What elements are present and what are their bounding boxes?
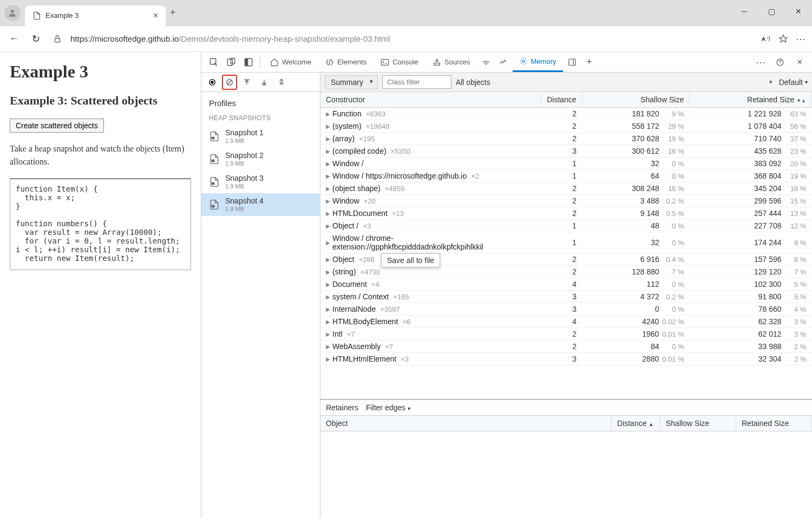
disclosure-icon[interactable]: ▶ xyxy=(326,257,330,263)
snapshot-name: Snapshot 1 xyxy=(225,128,264,137)
disclosure-icon[interactable]: ▶ xyxy=(326,294,330,300)
address-bar[interactable]: https://microsoftedge.github.io/Demos/de… xyxy=(50,31,755,47)
window-minimize-button[interactable]: ─ xyxy=(731,0,758,23)
table-row[interactable]: ▶Window / https://microsoftedge.github.i… xyxy=(320,170,812,182)
snapshot-item[interactable]: %Snapshot 41.9 MB xyxy=(201,193,320,216)
inspect-icon[interactable] xyxy=(206,54,222,70)
disclosure-icon[interactable]: ▶ xyxy=(326,344,330,350)
activity-bar-icon[interactable] xyxy=(564,54,580,70)
disclosure-icon[interactable]: ▶ xyxy=(326,306,330,312)
retainers-label[interactable]: Retainers xyxy=(326,403,358,412)
header-retained[interactable]: Retained Size ▼▲ xyxy=(690,92,812,108)
tab-memory[interactable]: Memory xyxy=(513,52,563,72)
header-distance[interactable]: Distance xyxy=(541,92,582,108)
table-row[interactable]: ▶Window×20 2 3 4880.2 % 299 59615 % xyxy=(320,195,812,207)
table-row[interactable]: ▶HTMLBodyElement×6 4 42400.02 % 62 3283 … xyxy=(320,316,812,328)
shallow-value: 480 % xyxy=(582,220,690,232)
table-row[interactable]: ▶Intl×7 2 19600.01 % 62 0123 % xyxy=(320,328,812,340)
garbage-collect-icon[interactable] xyxy=(274,75,289,90)
disclosure-icon[interactable]: ▶ xyxy=(326,223,330,229)
window-maximize-button[interactable]: ▢ xyxy=(758,0,785,23)
tab-sources[interactable]: Sources xyxy=(426,52,477,72)
retainers-col-shallow[interactable]: Shallow Size xyxy=(660,416,736,431)
table-row[interactable]: ▶(system)×19848 2 558 17229 % 1 078 4045… xyxy=(320,120,812,133)
table-row[interactable]: ▶InternalNode×3597 3 00 % 78 6604 % xyxy=(320,303,812,316)
retainers-col-retained[interactable]: Retained Size xyxy=(736,416,812,431)
help-icon[interactable] xyxy=(772,54,788,70)
favorites-icon[interactable] xyxy=(778,34,788,44)
disclosure-icon[interactable]: ▶ xyxy=(326,319,330,325)
all-objects-dropdown[interactable]: All objects xyxy=(456,78,775,87)
tab-close-icon[interactable]: × xyxy=(153,11,158,21)
table-row[interactable]: ▶(object shape)×4859 2 308 24816 % 345 2… xyxy=(320,182,812,195)
snapshot-item[interactable]: %Snapshot 31.9 MB xyxy=(201,171,320,193)
disclosure-icon[interactable]: ▶ xyxy=(326,136,330,142)
constructor-count: ×4 xyxy=(371,280,379,288)
clear-button[interactable] xyxy=(222,75,237,90)
constructor-name: (string) xyxy=(332,267,356,276)
disclosure-icon[interactable]: ▶ xyxy=(326,356,330,362)
devtools-close-icon[interactable]: ✕ xyxy=(791,54,808,70)
disclosure-icon[interactable]: ▶ xyxy=(326,198,330,204)
disclosure-icon[interactable]: ▶ xyxy=(326,148,330,154)
disclosure-icon[interactable]: ▶ xyxy=(326,161,330,167)
back-button[interactable]: ← xyxy=(6,31,22,47)
disclosure-icon[interactable]: ▶ xyxy=(326,173,330,179)
table-row[interactable]: ▶Window / chrome-extension://gpphkfbcpid… xyxy=(320,232,812,253)
class-filter-input[interactable] xyxy=(382,75,451,89)
disclosure-icon[interactable]: ▶ xyxy=(326,211,330,217)
table-row[interactable]: ▶HTMLHtmlElement×3 3 28800.01 % 32 3042 … xyxy=(320,353,812,365)
header-shallow[interactable]: Shallow Size xyxy=(582,92,690,108)
summary-dropdown[interactable]: Summary xyxy=(325,75,378,89)
devtools-more-icon[interactable]: ⋯ xyxy=(752,54,769,70)
disclosure-icon[interactable]: ▶ xyxy=(326,111,330,117)
header-constructor[interactable]: Constructor xyxy=(320,92,541,108)
context-menu-save-all[interactable]: Save all to file xyxy=(381,253,440,267)
disclosure-icon[interactable]: ▶ xyxy=(326,123,330,129)
filter-edges-dropdown[interactable]: Filter edges ▾ xyxy=(366,403,410,412)
tab-elements[interactable]: Elements xyxy=(319,52,373,72)
create-scattered-button[interactable]: Create scattered objects xyxy=(10,119,104,133)
network-icon[interactable] xyxy=(478,54,494,70)
retainers-col-object[interactable]: Object xyxy=(320,416,612,431)
table-row[interactable]: ▶system / Context×165 3 4 3720.2 % 91 80… xyxy=(320,291,812,303)
table-row[interactable]: ▶(array)×195 2 370 62819 % 710 74037 % xyxy=(320,133,812,145)
tab-welcome[interactable]: Welcome xyxy=(264,52,318,72)
retainers-col-distance[interactable]: Distance ▲ xyxy=(612,416,660,431)
device-toggle-icon[interactable] xyxy=(223,54,239,70)
table-row[interactable]: ▶Function×6363 2 181 8209 % 1 221 92863 … xyxy=(320,108,812,120)
dock-icon[interactable] xyxy=(240,54,257,70)
snapshot-item[interactable]: %Snapshot 11.9 MB xyxy=(201,125,320,148)
disclosure-icon[interactable]: ▶ xyxy=(326,281,330,287)
profile-avatar-icon[interactable] xyxy=(4,5,21,21)
default-dropdown[interactable]: Default▾ xyxy=(779,78,808,87)
table-row[interactable]: ▶(compiled code)×5350 3 300 61216 % 435 … xyxy=(320,145,812,158)
read-aloud-icon[interactable]: A xyxy=(761,34,771,44)
refresh-button[interactable]: ↻ xyxy=(28,31,43,47)
table-row[interactable]: ▶Document×4 4 1120 % 102 3005 % xyxy=(320,278,812,291)
more-icon[interactable]: ⋯ xyxy=(796,33,806,45)
browser-tab[interactable]: Example 3 × xyxy=(25,5,166,26)
load-profile-icon[interactable] xyxy=(239,75,254,90)
add-tab-icon[interactable]: + xyxy=(581,54,598,70)
table-row[interactable]: ▶WebAssembly×7 2 840 % 33 9882 % xyxy=(320,340,812,353)
shallow-value: 640 % xyxy=(582,170,690,182)
tab-console[interactable]: Console xyxy=(374,52,425,72)
window-close-button[interactable]: ✕ xyxy=(785,0,812,23)
table-row[interactable]: ▶HTMLDocument×13 2 9 1480.5 % 257 44413 … xyxy=(320,207,812,220)
snapshot-item[interactable]: %Snapshot 21.9 MB xyxy=(201,148,320,171)
table-row[interactable]: ▶Object /×3 1 480 % 227 70812 % xyxy=(320,220,812,232)
disclosure-icon[interactable]: ▶ xyxy=(326,331,330,337)
page-heading: Example 3 xyxy=(10,62,191,82)
tab-title: Example 3 xyxy=(45,11,78,19)
disclosure-icon[interactable]: ▶ xyxy=(326,240,330,246)
save-profile-icon[interactable] xyxy=(257,75,272,90)
disclosure-icon[interactable]: ▶ xyxy=(326,186,330,192)
code-textarea[interactable]: function Item(x) { this.x = x; } functio… xyxy=(10,178,191,270)
performance-icon[interactable] xyxy=(495,54,512,70)
table-row[interactable]: ▶Window / 1 320 % 383 09220 % xyxy=(320,158,812,170)
constructor-count: ×195 xyxy=(359,135,375,143)
record-button[interactable] xyxy=(205,75,220,90)
disclosure-icon[interactable]: ▶ xyxy=(326,269,330,275)
new-tab-button[interactable]: + xyxy=(170,7,176,18)
